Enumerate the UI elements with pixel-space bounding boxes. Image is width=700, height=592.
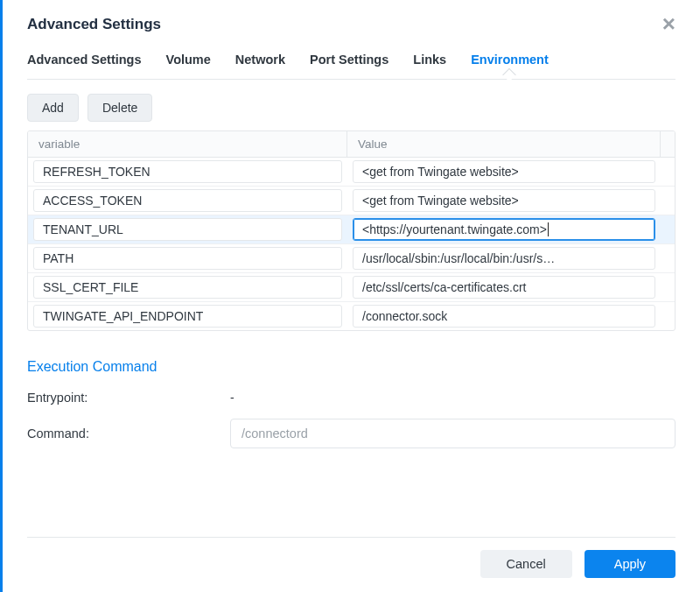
cell-variable[interactable]: TENANT_URL <box>28 215 347 243</box>
table-row[interactable]: REFRESH_TOKEN<get from Twingate website> <box>28 158 675 187</box>
entrypoint-label: Entrypoint: <box>27 391 230 405</box>
dialog-footer: Cancel Apply <box>27 537 676 592</box>
cell-value[interactable]: <get from Twingate website> <box>347 187 661 215</box>
cell-value-text: <get from Twingate website> <box>353 189 655 212</box>
cell-variable-text: REFRESH_TOKEN <box>33 160 342 183</box>
tab-volume[interactable]: Volume <box>166 49 211 79</box>
env-table: variable Value REFRESH_TOKEN<get from Tw… <box>27 130 676 331</box>
tab-advanced-settings[interactable]: Advanced Settings <box>27 49 142 79</box>
table-row[interactable]: TENANT_URL<https://yourtenant.twingate.c… <box>28 215 675 244</box>
text-caret <box>548 222 549 236</box>
command-input[interactable] <box>230 419 676 448</box>
delete-button[interactable]: Delete <box>88 94 152 122</box>
env-table-header: variable Value <box>28 131 675 158</box>
cancel-button[interactable]: Cancel <box>480 550 572 578</box>
cell-value-text: /connector.sock <box>353 305 655 328</box>
cell-gap <box>661 187 675 215</box>
apply-button[interactable]: Apply <box>584 550 676 578</box>
env-toolbar: Add Delete <box>27 94 676 122</box>
cell-gap <box>661 158 675 186</box>
command-row: Command: <box>27 419 676 448</box>
cell-variable[interactable]: TWINGATE_API_ENDPOINT <box>28 302 347 330</box>
col-header-value[interactable]: Value <box>347 131 661 157</box>
cell-variable-text: ACCESS_TOKEN <box>33 189 342 212</box>
cell-gap <box>661 215 675 243</box>
table-row[interactable]: PATH/usr/local/sbin:/usr/local/bin:/usr/… <box>28 244 675 273</box>
cell-variable-text: TWINGATE_API_ENDPOINT <box>33 305 342 328</box>
col-header-gap <box>661 131 675 157</box>
cell-gap <box>661 302 675 330</box>
entrypoint-value: - <box>230 391 234 405</box>
table-row[interactable]: SSL_CERT_FILE/etc/ssl/certs/ca-certifica… <box>28 273 675 302</box>
cell-value-text: <get from Twingate website> <box>353 160 655 183</box>
entrypoint-row: Entrypoint: - <box>27 391 676 405</box>
cell-variable-text: TENANT_URL <box>33 218 342 241</box>
cell-value-text: /usr/local/sbin:/usr/local/bin:/usr/s… <box>353 247 655 270</box>
close-icon[interactable]: × <box>662 16 676 32</box>
cell-value[interactable]: <get from Twingate website> <box>347 158 661 186</box>
add-button[interactable]: Add <box>27 94 79 122</box>
cell-variable[interactable]: REFRESH_TOKEN <box>28 158 347 186</box>
tab-network[interactable]: Network <box>235 49 285 79</box>
dialog-header: Advanced Settings × <box>27 16 676 33</box>
tab-links[interactable]: Links <box>413 49 446 79</box>
tabs: Advanced SettingsVolumeNetworkPort Setti… <box>27 49 676 80</box>
cell-gap <box>661 244 675 272</box>
advanced-settings-dialog: Advanced Settings × Advanced SettingsVol… <box>0 0 700 592</box>
table-row[interactable]: TWINGATE_API_ENDPOINT/connector.sock <box>28 302 675 330</box>
cell-gap <box>661 273 675 301</box>
cell-value[interactable]: /etc/ssl/certs/ca-certificates.crt <box>347 273 661 301</box>
col-header-variable[interactable]: variable <box>28 131 347 157</box>
tab-port-settings[interactable]: Port Settings <box>310 49 388 79</box>
cell-variable[interactable]: PATH <box>28 244 347 272</box>
cell-variable[interactable]: ACCESS_TOKEN <box>28 187 347 215</box>
command-label: Command: <box>27 426 230 440</box>
cell-variable-text: SSL_CERT_FILE <box>33 276 342 299</box>
cell-variable[interactable]: SSL_CERT_FILE <box>28 273 347 301</box>
table-row[interactable]: ACCESS_TOKEN<get from Twingate website> <box>28 187 675 215</box>
cell-value[interactable]: /connector.sock <box>347 302 661 330</box>
cell-variable-text: PATH <box>33 247 342 270</box>
dialog-title: Advanced Settings <box>27 16 161 33</box>
cell-value-text: <https://yourtenant.twingate.com> <box>353 218 655 241</box>
cell-value[interactable]: /usr/local/sbin:/usr/local/bin:/usr/s… <box>347 244 661 272</box>
cell-value[interactable]: <https://yourtenant.twingate.com> <box>347 215 661 243</box>
tab-environment[interactable]: Environment <box>471 49 549 79</box>
cell-value-text: /etc/ssl/certs/ca-certificates.crt <box>353 276 655 299</box>
execution-command-heading: Execution Command <box>27 359 676 375</box>
